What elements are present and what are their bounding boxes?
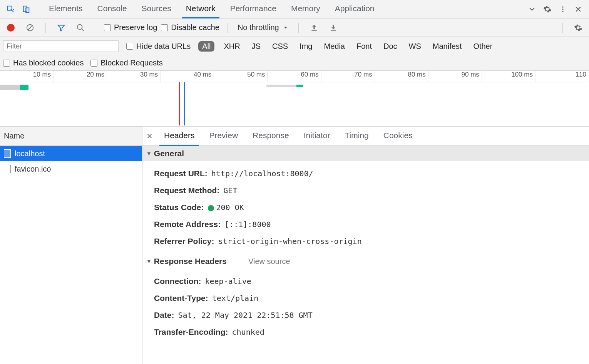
request-row[interactable]: localhost <box>0 146 142 161</box>
blocked-requests-checkbox[interactable]: Blocked Requests <box>90 58 162 67</box>
network-toolbar: Preserve log Disable cache No throttling <box>0 18 589 37</box>
close-details-icon[interactable]: ✕ <box>145 132 154 141</box>
svg-point-4 <box>562 8 563 10</box>
filter-pill-other[interactable]: Other <box>471 41 495 52</box>
timeline-body <box>0 82 589 125</box>
detail-tab-preview[interactable]: Preview <box>204 127 243 146</box>
remote-address-value: [::1]:8000 <box>224 220 271 229</box>
request-method-key: Request Method: <box>154 186 219 195</box>
content-type-key: Content-Type: <box>154 294 208 303</box>
request-row[interactable]: favicon.ico <box>0 161 142 177</box>
close-icon[interactable] <box>572 3 584 15</box>
gear-icon[interactable] <box>541 3 554 15</box>
timeline-ruler: 10 ms20 ms30 ms40 ms50 ms60 ms70 ms80 ms… <box>0 71 589 82</box>
date-value: Sat, 22 May 2021 22:51:58 GMT <box>178 311 313 320</box>
hide-data-urls-checkbox[interactable]: Hide data URLs <box>126 42 191 51</box>
request-list-pane: Name localhostfavicon.ico <box>0 127 142 364</box>
timeline-overview[interactable]: 10 ms20 ms30 ms40 ms50 ms60 ms70 ms80 ms… <box>0 71 589 127</box>
detail-tabs: ✕ HeadersPreviewResponseInitiatorTimingC… <box>142 127 589 146</box>
timeline-tick: 10 ms <box>0 71 54 82</box>
timeline-tick: 110 <box>535 71 589 82</box>
disable-cache-label: Disable cache <box>171 23 219 32</box>
network-content: Name localhostfavicon.ico ✕ HeadersPrevi… <box>0 127 589 364</box>
more-panels-icon[interactable] <box>526 3 538 15</box>
divider <box>38 4 38 14</box>
inspect-element-icon[interactable] <box>5 3 17 15</box>
remote-address-key: Remote Address: <box>154 220 221 229</box>
search-icon[interactable] <box>74 22 87 34</box>
request-url-value: http://localhost:8000/ <box>211 169 313 178</box>
connection-value: keep-alive <box>205 277 251 286</box>
devtools-main-toolbar: ElementsConsoleSourcesNetworkPerformance… <box>0 0 589 18</box>
upload-icon[interactable] <box>308 22 320 34</box>
referrer-policy-key: Referrer Policy: <box>154 237 214 246</box>
view-source-link[interactable]: View source <box>248 257 290 266</box>
detail-tab-response[interactable]: Response <box>248 127 294 146</box>
preserve-log-checkbox[interactable]: Preserve log <box>104 23 157 32</box>
request-detail-pane: ✕ HeadersPreviewResponseInitiatorTimingC… <box>142 127 589 364</box>
detail-tab-initiator[interactable]: Initiator <box>299 127 335 146</box>
tab-memory[interactable]: Memory <box>287 0 324 18</box>
filter-pill-doc[interactable]: Doc <box>381 41 400 52</box>
disclosure-triangle-icon: ▼ <box>146 258 152 264</box>
request-name: favicon.ico <box>15 165 51 174</box>
timeline-tick: 80 ms <box>375 71 428 82</box>
filter-pill-font[interactable]: Font <box>354 41 374 52</box>
blocked-requests-label: Blocked Requests <box>100 58 162 67</box>
divider <box>96 23 96 33</box>
filter-pill-manifest[interactable]: Manifest <box>430 41 464 52</box>
detail-tab-timing[interactable]: Timing <box>340 127 373 146</box>
tab-elements[interactable]: Elements <box>45 0 87 18</box>
disclosure-triangle-icon: ▼ <box>146 150 152 157</box>
document-icon <box>4 149 11 158</box>
filter-icon[interactable] <box>55 22 67 34</box>
tab-network[interactable]: Network <box>182 0 219 18</box>
detail-tab-headers[interactable]: Headers <box>159 127 199 146</box>
disable-cache-checkbox[interactable]: Disable cache <box>161 23 219 32</box>
tab-application[interactable]: Application <box>331 0 378 18</box>
status-code-key: Status Code: <box>154 203 204 212</box>
timeline-bar <box>266 85 297 87</box>
preserve-log-label: Preserve log <box>114 23 157 32</box>
name-column-header[interactable]: Name <box>0 127 142 146</box>
content-type-value: text/plain <box>212 294 258 303</box>
load-line <box>184 82 185 125</box>
network-settings-gear-icon[interactable] <box>572 22 584 34</box>
filter-input[interactable] <box>3 40 119 52</box>
response-headers-section-header[interactable]: ▼ Response Headers View source <box>142 254 589 269</box>
timeline-bar <box>20 85 28 90</box>
tab-console[interactable]: Console <box>94 0 131 18</box>
timeline-tick: 20 ms <box>54 71 107 82</box>
clear-icon[interactable] <box>24 22 36 34</box>
detail-tab-cookies[interactable]: Cookies <box>379 127 417 146</box>
svg-point-7 <box>77 24 82 29</box>
general-section-header[interactable]: ▼ General <box>142 146 589 161</box>
filter-pill-css[interactable]: CSS <box>270 41 290 52</box>
timeline-tick: 90 ms <box>428 71 482 82</box>
timeline-tick: 100 ms <box>482 71 535 82</box>
status-dot-icon <box>208 205 214 211</box>
filter-pill-js[interactable]: JS <box>249 41 263 52</box>
divider <box>298 23 299 33</box>
tab-sources[interactable]: Sources <box>138 0 175 18</box>
has-blocked-cookies-checkbox[interactable]: Has blocked cookies <box>3 58 84 67</box>
general-block: Request URL:http://localhost:8000/ Reque… <box>142 161 589 254</box>
status-code-value: 200 OK <box>208 203 244 212</box>
kebab-menu-icon[interactable] <box>557 3 569 15</box>
record-icon[interactable] <box>5 22 17 34</box>
filter-pill-img[interactable]: Img <box>297 41 315 52</box>
request-name: localhost <box>15 149 45 158</box>
divider <box>562 23 563 33</box>
response-headers-block: Connection:keep-alive Content-Type:text/… <box>142 269 589 344</box>
dom-content-loaded-line <box>179 82 180 125</box>
throttling-select[interactable]: No throttling <box>235 23 291 32</box>
filter-pill-media[interactable]: Media <box>321 41 347 52</box>
device-toggle-icon[interactable] <box>20 3 32 15</box>
filter-pill-all[interactable]: All <box>198 41 214 52</box>
svg-point-5 <box>562 11 563 12</box>
filter-pill-xhr[interactable]: XHR <box>221 41 242 52</box>
filter-bar: Hide data URLs AllXHRJSCSSImgMediaFontDo… <box>0 37 589 55</box>
filter-pill-ws[interactable]: WS <box>407 41 423 52</box>
download-icon[interactable] <box>327 22 340 34</box>
tab-performance[interactable]: Performance <box>226 0 280 18</box>
